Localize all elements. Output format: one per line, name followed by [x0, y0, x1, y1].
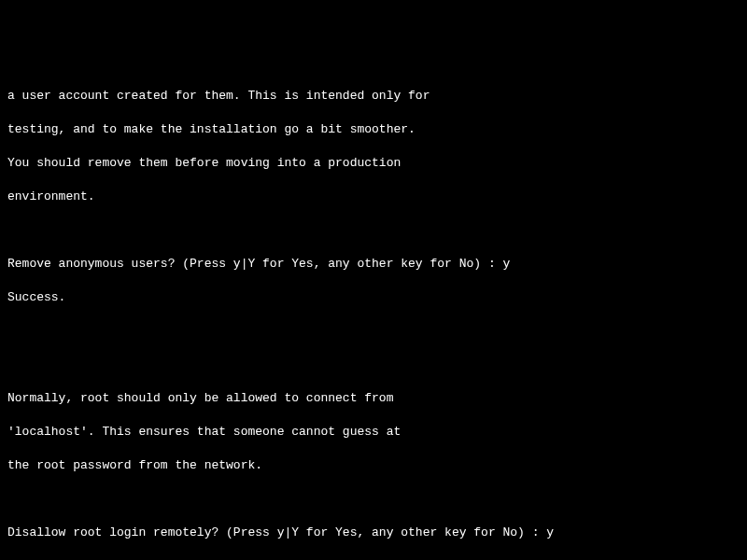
prompt-question: Remove anonymous users? (Press y|Y for Y…: [7, 256, 740, 273]
output-line: a user account created for them. This is…: [7, 88, 740, 105]
output-line: [7, 222, 740, 239]
output-line: 'localhost'. This ensures that someone c…: [7, 424, 740, 441]
output-line: the root password from the network.: [7, 457, 740, 474]
output-line: environment.: [7, 189, 740, 205]
output-line: testing, and to make the installation go…: [7, 121, 740, 138]
prompt-question: Disallow root login remotely? (Press y|Y…: [7, 525, 740, 541]
output-line: You should remove them before moving int…: [7, 155, 740, 172]
output-line: [7, 491, 740, 508]
output-line: [7, 323, 740, 340]
output-line: [7, 357, 740, 373]
terminal-output[interactable]: a user account created for them. This is…: [7, 71, 740, 560]
output-success: Success.: [7, 289, 740, 306]
output-line: Normally, root should only be allowed to…: [7, 390, 740, 407]
